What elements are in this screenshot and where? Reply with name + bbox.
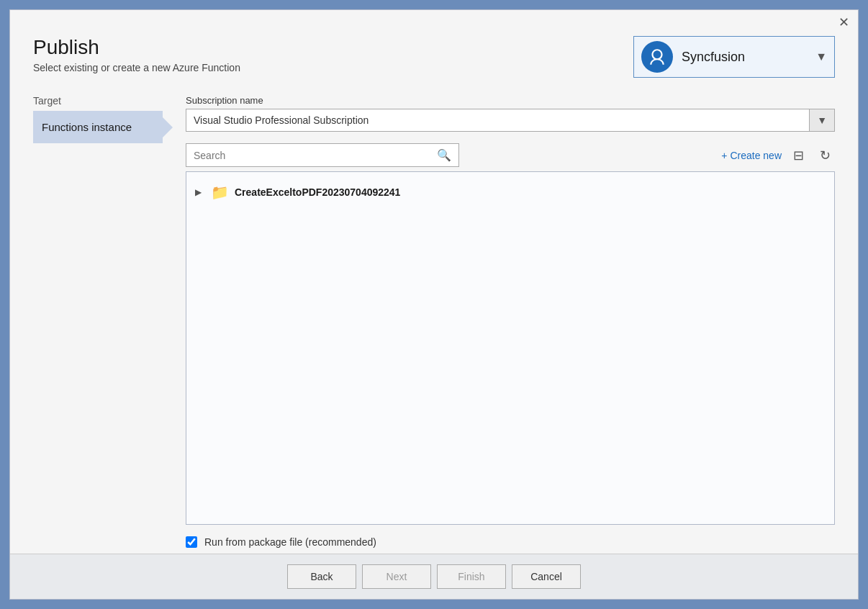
back-button[interactable]: Back — [287, 564, 356, 589]
dialog-body: Target Functions instance Subscription n… — [10, 78, 858, 554]
dialog-header: Publish Select existing or create a new … — [10, 29, 858, 78]
tree-item[interactable]: ▶ 📁 CreateExceltoPDF20230704092241 — [186, 178, 834, 207]
dialog-title: Publish — [33, 36, 240, 59]
tree-container: ▶ 📁 CreateExceltoPDF20230704092241 — [186, 171, 835, 525]
checkbox-row: Run from package file (recommended) — [186, 525, 835, 554]
subscription-select[interactable]: Visual Studio Professional Subscription — [186, 109, 810, 132]
dialog-subtitle: Select existing or create a new Azure Fu… — [33, 62, 240, 73]
search-input[interactable] — [186, 144, 430, 166]
account-dropdown-arrow: ▼ — [815, 50, 827, 63]
plus-icon: + — [721, 150, 727, 161]
sidebar-target-label: Target — [33, 95, 163, 107]
publish-dialog: ✕ Publish Select existing or create a ne… — [9, 9, 859, 600]
toolbar-row: 🔍 + Create new ⊟ ↻ — [186, 143, 835, 167]
title-bar: ✕ — [10, 10, 858, 29]
expand-icon: ▶ — [195, 187, 205, 197]
create-new-button[interactable]: + Create new — [721, 150, 782, 161]
refresh-button[interactable]: ↻ — [815, 146, 835, 165]
finish-button[interactable]: Finish — [437, 564, 506, 589]
account-icon — [641, 41, 673, 73]
package-file-label: Run from package file (recommended) — [204, 536, 376, 548]
account-name: Syncfusion — [682, 50, 807, 65]
tree-item-label: CreateExceltoPDF20230704092241 — [235, 186, 400, 198]
toolbar-actions: + Create new ⊟ ↻ — [721, 146, 835, 165]
close-button[interactable]: ✕ — [838, 16, 849, 29]
package-file-checkbox[interactable] — [186, 536, 197, 548]
main-content: Subscription name Visual Studio Professi… — [163, 95, 835, 554]
subscription-dropdown-button[interactable]: ▼ — [810, 109, 835, 132]
sidebar-item-functions-instance[interactable]: Functions instance — [33, 111, 163, 143]
subscription-label: Subscription name — [186, 95, 835, 106]
folder-icon: 📁 — [211, 184, 229, 201]
sidebar: Target Functions instance — [33, 95, 163, 554]
search-button[interactable]: 🔍 — [430, 144, 458, 166]
title-group: Publish Select existing or create a new … — [33, 36, 240, 73]
subscription-row: Visual Studio Professional Subscription … — [186, 109, 835, 132]
create-new-label: Create new — [730, 150, 782, 161]
search-box: 🔍 — [186, 143, 459, 167]
account-widget[interactable]: Syncfusion ▼ — [633, 36, 835, 78]
next-button[interactable]: Next — [362, 564, 431, 589]
filter-button[interactable]: ⊟ — [789, 146, 808, 165]
account-svg-icon — [648, 48, 666, 66]
dialog-footer: Back Next Finish Cancel — [10, 554, 858, 599]
cancel-button[interactable]: Cancel — [512, 564, 581, 589]
sidebar-item-label: Functions instance — [42, 121, 132, 133]
